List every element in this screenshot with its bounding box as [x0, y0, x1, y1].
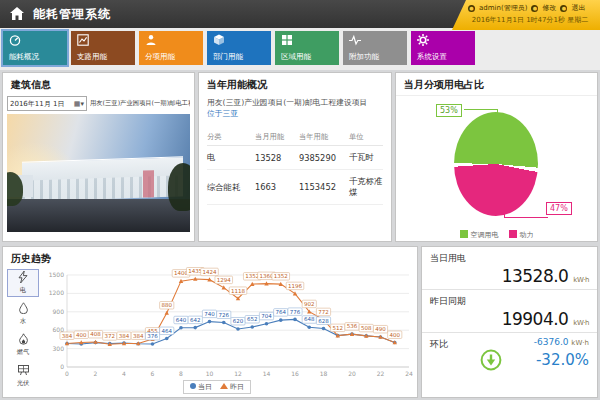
svg-text:640: 640: [176, 317, 187, 323]
source-solar[interactable]: 光伏: [7, 362, 39, 390]
legend-swatch-ac: [460, 230, 468, 238]
tab-department-energy[interactable]: 部门用能: [207, 31, 271, 65]
svg-text:464: 464: [162, 328, 173, 334]
home-icon[interactable]: [10, 7, 24, 22]
tab-label: 部门用能: [213, 52, 243, 62]
tab-system-settings[interactable]: 系统设置: [411, 31, 475, 65]
svg-text:300: 300: [53, 345, 65, 352]
user-name: admin(管理员): [479, 3, 527, 13]
svg-text:384: 384: [62, 333, 73, 339]
source-gas[interactable]: 燃气: [7, 331, 39, 359]
svg-text:20: 20: [348, 370, 356, 377]
cell: 千瓦时: [349, 152, 383, 163]
chart-icon: [77, 38, 89, 48]
tab-extra-functions[interactable]: 附加功能: [343, 31, 407, 65]
svg-text:900: 900: [53, 308, 65, 315]
svg-text:2: 2: [94, 370, 98, 377]
electricity-icon: [18, 271, 28, 285]
tab-energy-overview[interactable]: 能耗概况: [3, 31, 67, 65]
tab-area-energy[interactable]: 区域用能: [275, 31, 339, 65]
svg-text:18: 18: [320, 370, 328, 377]
svg-text:12: 12: [234, 370, 242, 377]
tab-label: 分项用能: [145, 52, 175, 62]
ratio-value: -6376.0: [534, 337, 569, 347]
svg-text:0: 0: [60, 363, 64, 370]
legend-label-ac: 空调用电: [471, 231, 499, 239]
stat-label: 昨日同期: [430, 295, 589, 308]
tab-branch-energy[interactable]: 支路用能: [71, 31, 135, 65]
svg-text:16: 16: [291, 370, 299, 377]
svg-text:652: 652: [247, 316, 258, 322]
pie-label-47: 47%: [546, 202, 572, 215]
svg-text:772: 772: [318, 309, 329, 315]
legend-swatch-power: [509, 230, 517, 238]
source-label: 电: [20, 286, 26, 295]
stat-unit: kW·h: [573, 319, 589, 327]
cell: 电: [207, 152, 255, 163]
svg-text:620: 620: [233, 318, 244, 324]
legend-label-yesterday: 昨日: [230, 383, 244, 391]
panel-title: 当年用能概况: [199, 73, 391, 95]
tab-label: 能耗概况: [9, 52, 39, 62]
svg-text:4: 4: [122, 370, 126, 377]
logout-icon: ●: [560, 5, 567, 12]
legend-label-power: 动力: [520, 231, 534, 239]
cell: 1663: [255, 182, 299, 192]
svg-text:704: 704: [261, 313, 272, 319]
svg-text:384: 384: [133, 333, 144, 339]
user-icon: ●: [468, 5, 475, 12]
source-electricity[interactable]: 电: [7, 269, 39, 297]
pie-panel: 当月分项用电占比 53% 47% 空调用电 动力: [395, 72, 598, 242]
svg-text:10: 10: [206, 370, 214, 377]
calendar-icon: ▦▾: [74, 100, 84, 108]
svg-text:628: 628: [318, 318, 329, 324]
legend-label-today: 当日: [198, 383, 212, 391]
gauge-icon: [9, 38, 21, 48]
trend-legend: 当日 昨日: [183, 380, 251, 394]
ratio-percent: -32.0%: [534, 351, 589, 369]
svg-text:642: 642: [190, 317, 201, 323]
col-header: 分类: [207, 132, 255, 142]
svg-text:880: 880: [162, 302, 173, 308]
trend-panel: 历史趋势 电 水 燃气 光伏 0300600900120015000246810…: [2, 246, 418, 398]
logout-link[interactable]: 退出: [571, 3, 585, 13]
svg-text:648: 648: [304, 316, 315, 322]
stat-label: 当日用电: [430, 252, 589, 265]
cell: 千克标准煤: [349, 176, 383, 198]
datetime-text: 2016年11月1日 1时47分1秒 星期二: [468, 15, 592, 25]
svg-text:14: 14: [263, 370, 271, 377]
cell: 13528: [255, 153, 299, 163]
source-water[interactable]: 水: [7, 300, 39, 328]
svg-text:776: 776: [290, 309, 301, 315]
svg-text:902: 902: [304, 301, 315, 307]
svg-text:400: 400: [76, 332, 87, 338]
date-picker[interactable]: 2016年11月 1日 ▦▾: [7, 96, 87, 111]
svg-text:24: 24: [405, 370, 413, 377]
cube-icon: [213, 38, 225, 48]
source-label: 光伏: [17, 379, 30, 388]
location-link[interactable]: 位于三亚: [199, 108, 391, 119]
svg-text:1424: 1424: [203, 269, 217, 275]
building-info-panel: 建筑信息 2016年11月 1日 ▦▾ 用友(三亚)产业园项目(一期)邮电工程建…: [2, 72, 195, 242]
svg-text:726: 726: [219, 312, 230, 318]
svg-text:1500: 1500: [49, 271, 64, 278]
app-title: 能耗管理系统: [33, 6, 111, 23]
project-name: 用友(三亚)产业园项目(一期)邮电工程建设项目: [199, 95, 391, 108]
top-bar: 能耗管理系统 ● admin(管理员) ● 修改 ● 退出 2016年11月1日…: [0, 0, 600, 28]
col-header: 当年用能: [299, 132, 349, 142]
arrow-down-circle-icon: [480, 349, 502, 373]
source-label: 水: [20, 317, 26, 326]
project-select[interactable]: 用友(三亚)产业园项目(一期)邮电工程建设项 ▾: [90, 99, 190, 108]
modify-link[interactable]: 修改: [542, 3, 556, 13]
stat-unit: kW·h: [573, 276, 589, 284]
svg-text:508: 508: [361, 325, 372, 331]
svg-text:1352: 1352: [274, 273, 288, 279]
panel-title: 建筑信息: [3, 73, 194, 95]
legend-dot-today: [190, 383, 196, 389]
tab-subitem-energy[interactable]: 分项用能: [139, 31, 203, 65]
pie-legend: 空调用电 动力: [396, 230, 597, 240]
svg-text:22: 22: [377, 370, 385, 377]
energy-table: 分类 当月用能 当年用能 单位 电 13528 9385290 千瓦时 综合能耗…: [207, 129, 383, 205]
svg-text:8: 8: [179, 370, 183, 377]
svg-text:490: 490: [375, 326, 386, 332]
